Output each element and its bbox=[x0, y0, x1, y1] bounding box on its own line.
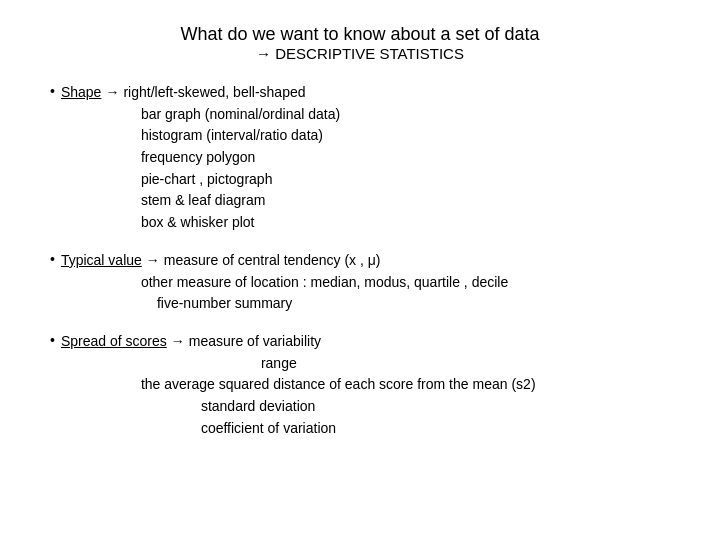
spread-std-line: standard deviation bbox=[61, 396, 536, 418]
content: • Shape → right/left-skewed, bell-shaped… bbox=[40, 82, 680, 439]
typical-label: Typical value bbox=[61, 250, 142, 272]
typical-third-line: five-number summary bbox=[141, 293, 508, 315]
bullet-typical: • Typical value → measure of central ten… bbox=[50, 250, 680, 315]
shape-label: Shape bbox=[61, 82, 101, 104]
bullet-spread-content: Spread of scores → measure of variabilit… bbox=[61, 331, 536, 439]
shape-item-5: stem & leaf diagram bbox=[141, 190, 340, 212]
spread-header-line: Spread of scores → measure of variabilit… bbox=[61, 331, 536, 353]
spread-arrow: → bbox=[171, 331, 185, 353]
spread-range-line: range bbox=[61, 353, 536, 375]
spread-std-dev: standard deviation bbox=[201, 398, 315, 414]
shape-header-line: Shape → right/left-skewed, bell-shaped bbox=[61, 82, 340, 104]
bullet-dot-spread: • bbox=[50, 332, 55, 348]
shape-item-2: histogram (interval/ratio data) bbox=[141, 125, 340, 147]
bullet-typical-content: Typical value → measure of central tende… bbox=[61, 250, 508, 315]
typical-first-line: measure of central tendency (x , μ) bbox=[164, 250, 381, 272]
spread-avg-wrapper: the average squared distance of each sco… bbox=[61, 374, 536, 396]
typical-second-line: other measure of location : median, modu… bbox=[141, 272, 508, 294]
spread-coeff-line: coefficient of variation bbox=[61, 418, 536, 440]
typical-header-line: Typical value → measure of central tende… bbox=[61, 250, 508, 272]
shape-items: bar graph (nominal/ordinal data) histogr… bbox=[61, 104, 340, 234]
spread-range: range bbox=[261, 355, 297, 371]
shape-item-3: frequency polygon bbox=[141, 147, 340, 169]
shape-first-line: right/left-skewed, bell-shaped bbox=[123, 82, 305, 104]
shape-item-6: box & whisker plot bbox=[141, 212, 340, 234]
shape-item-1: bar graph (nominal/ordinal data) bbox=[141, 104, 340, 126]
shape-arrow: → bbox=[105, 82, 119, 104]
header-subtitle: → DESCRIPTIVE STATISTICS bbox=[40, 45, 680, 62]
header-title: What do we want to know about a set of d… bbox=[40, 24, 680, 45]
page-container: What do we want to know about a set of d… bbox=[0, 0, 720, 540]
spread-avg-line2: mean (s2) bbox=[469, 374, 536, 396]
header: What do we want to know about a set of d… bbox=[40, 24, 680, 62]
spread-label: Spread of scores bbox=[61, 331, 167, 353]
bullet-dot-typical: • bbox=[50, 251, 55, 267]
bullet-dot-shape: • bbox=[50, 83, 55, 99]
typical-items: other measure of location : median, modu… bbox=[61, 272, 508, 315]
bullet-spread: • Spread of scores → measure of variabil… bbox=[50, 331, 680, 439]
typical-arrow: → bbox=[146, 250, 160, 272]
spread-coeff-var: coefficient of variation bbox=[201, 420, 336, 436]
spread-avg-line1: the average squared distance of each sco… bbox=[141, 374, 469, 396]
bullet-shape: • Shape → right/left-skewed, bell-shaped… bbox=[50, 82, 680, 234]
bullet-shape-content: Shape → right/left-skewed, bell-shaped b… bbox=[61, 82, 340, 234]
shape-item-4: pie-chart , pictograph bbox=[141, 169, 340, 191]
spread-first-line: measure of variability bbox=[189, 331, 321, 353]
